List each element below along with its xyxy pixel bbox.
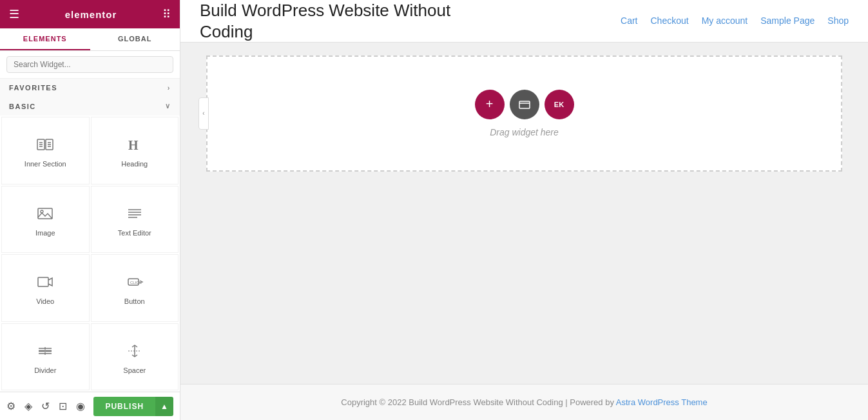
layers-icon[interactable]: ◈: [24, 400, 32, 412]
svg-rect-15: [38, 277, 48, 286]
canvas: + EK Drag widget here ‹: [180, 43, 868, 384]
site-title-line1: Build WordPress Website Without: [200, 0, 450, 22]
widget-grid: Inner Section H Heading: [0, 115, 180, 392]
widget-spacer[interactable]: Spacer: [91, 323, 179, 391]
publish-button[interactable]: PUBLISH: [93, 397, 155, 416]
widget-heading[interactable]: H Heading: [91, 117, 179, 185]
hamburger-icon[interactable]: ☰: [9, 7, 19, 21]
spacer-label: Spacer: [123, 366, 146, 374]
site-title: Build WordPress Website Without Coding: [200, 0, 450, 42]
image-icon: [36, 205, 54, 225]
sidebar-tabs: ELEMENTS GLOBAL: [0, 28, 180, 51]
nav-links: Cart Checkout My account Sample Page Sho…: [621, 15, 849, 26]
nav-link-shop[interactable]: Shop: [827, 15, 849, 26]
widget-video[interactable]: Video: [1, 254, 90, 322]
video-label: Video: [36, 297, 54, 305]
inner-section-label: Inner Section: [24, 160, 66, 168]
nav-link-checkout[interactable]: Checkout: [650, 15, 688, 26]
nav-link-samplepage[interactable]: Sample Page: [760, 15, 815, 26]
favorites-chevron-icon: ›: [168, 84, 171, 92]
favorites-label: FAVORITES: [9, 84, 57, 92]
drag-hint-text: Drag widget here: [490, 127, 559, 137]
top-navigation: Build WordPress Website Without Coding C…: [180, 0, 868, 43]
edit-button[interactable]: EK: [545, 90, 574, 119]
nav-link-myaccount[interactable]: My account: [702, 15, 748, 26]
text-editor-icon: [126, 205, 144, 225]
site-title-line2: Coding: [200, 22, 450, 42]
button-icon: CLICK: [126, 273, 144, 294]
image-label: Image: [35, 229, 55, 237]
footer-text: Copyright © 2022 Build WordPress Website…: [341, 397, 616, 407]
widget-text-editor[interactable]: Text Editor: [91, 186, 179, 254]
svg-text:H: H: [128, 138, 139, 152]
drop-zone-buttons: + EK: [475, 90, 574, 119]
tab-elements[interactable]: ELEMENTS: [0, 28, 90, 50]
button-label: Button: [124, 297, 145, 305]
heading-icon: H: [126, 135, 144, 156]
widget-inner-section[interactable]: Inner Section: [1, 117, 90, 185]
eye-icon[interactable]: ◉: [76, 400, 85, 412]
toggle-panel-icon: ‹: [202, 110, 204, 117]
search-widget-container: [0, 51, 180, 79]
publish-dropdown-button[interactable]: ▲: [155, 397, 173, 416]
navigator-icon[interactable]: ⊡: [59, 400, 67, 412]
widget-divider[interactable]: Divider: [1, 323, 90, 391]
video-icon: [36, 273, 54, 294]
svg-rect-9: [38, 208, 52, 219]
divider-icon: [36, 342, 54, 363]
widget-button[interactable]: CLICK Button: [91, 254, 179, 322]
sidebar-bottom-bar: ⚙ ◈ ↺ ⊡ ◉ PUBLISH ▲: [0, 392, 180, 420]
elementor-logo: elementor: [65, 9, 117, 20]
svg-text:CLICK: CLICK: [130, 281, 142, 285]
tab-global[interactable]: GLOBAL: [90, 28, 180, 50]
toggle-panel-button[interactable]: ‹: [198, 97, 209, 130]
footer: Copyright © 2022 Build WordPress Website…: [180, 384, 868, 420]
basic-section[interactable]: BASIC ∨: [0, 97, 180, 115]
add-widget-button[interactable]: +: [475, 90, 505, 119]
spacer-icon: [126, 342, 144, 363]
grid-icon[interactable]: ⠿: [162, 7, 171, 21]
folder-button[interactable]: [510, 90, 539, 119]
svg-rect-25: [519, 101, 530, 108]
divider-label: Divider: [34, 366, 56, 374]
settings-icon[interactable]: ⚙: [6, 400, 15, 412]
drop-zone: + EK Drag widget here ‹: [206, 55, 842, 172]
basic-label: BASIC: [9, 103, 36, 110]
history-icon[interactable]: ↺: [41, 400, 50, 412]
footer-link[interactable]: Astra WordPress Theme: [616, 397, 708, 407]
favorites-section[interactable]: FAVORITES ›: [0, 79, 180, 97]
publish-group: PUBLISH ▲: [93, 397, 173, 416]
heading-label: Heading: [121, 160, 148, 168]
basic-chevron-icon: ∨: [165, 102, 171, 110]
inner-section-icon: [36, 135, 54, 156]
text-editor-label: Text Editor: [118, 229, 151, 237]
search-input[interactable]: [6, 56, 173, 73]
nav-link-cart[interactable]: Cart: [621, 15, 637, 26]
widget-image[interactable]: Image: [1, 186, 90, 254]
